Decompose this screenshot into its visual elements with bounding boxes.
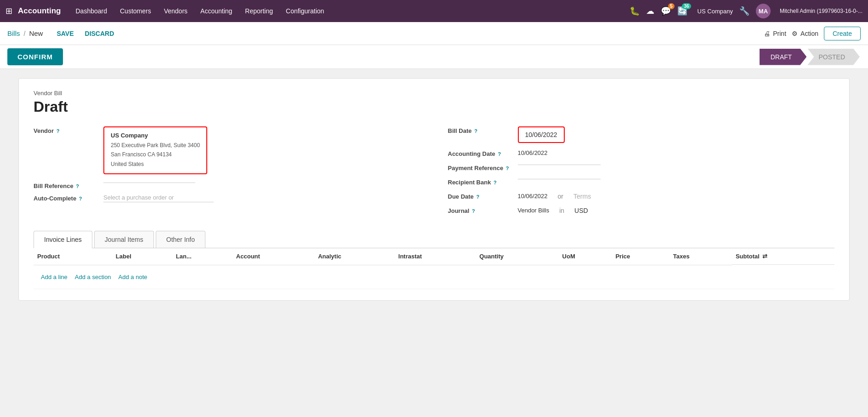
breadcrumb-parent[interactable]: Bills [7,29,20,37]
bill-date-value: 10/06/2022 [525,131,557,138]
tabs: Invoice Lines Journal Items Other Info [34,231,834,248]
settings-icon[interactable]: 🔧 [739,6,749,16]
payment-reference-value[interactable] [518,164,601,165]
col-label: Label [112,248,172,265]
due-date-help-icon[interactable]: ? [476,194,479,200]
col-product: Product [34,248,112,265]
breadcrumb-actions: SAVE DISCARD [54,28,117,39]
form-grid: Vendor ? US Company 250 Executive Park B… [34,126,834,220]
breadcrumb-current: New [29,29,43,37]
journal-help-icon[interactable]: ? [472,208,475,214]
nav-configuration[interactable]: Configuration [280,5,329,17]
invoice-table: Product Label Lan... Account Analytic In… [34,248,834,289]
table-actions: Add a line Add a section Add a note [37,269,831,285]
journal-in: in [559,207,564,214]
printer-icon: 🖨 [764,30,770,37]
col-subtotal: Subtotal ⇄ [732,248,834,265]
tab-journal-items[interactable]: Journal Items [94,231,154,248]
app-name: Accounting [18,6,61,16]
accounting-date-row: Accounting Date ? 10/06/2022 [448,149,835,157]
payment-reference-help-icon[interactable]: ? [506,166,509,171]
nav-vendors[interactable]: Vendors [159,5,193,17]
col-uom: UoM [559,248,612,265]
user-name: Mitchell Admin (19979603-16-0-... [780,8,862,14]
col-account: Account [233,248,314,265]
nav-dashboard[interactable]: Dashboard [70,5,113,17]
top-navigation: ⊞ Accounting Dashboard Customers Vendors… [0,0,868,22]
tab-invoice-lines[interactable]: Invoice Lines [34,231,92,248]
col-analytic: Analytic [314,248,395,265]
accounting-date-help-icon[interactable]: ? [498,151,501,157]
journal-label: Journal ? [448,206,512,214]
due-date-label: Due Date ? [448,192,512,200]
auto-complete-help-icon[interactable]: ? [79,196,82,201]
bill-date-input[interactable]: 10/06/2022 [518,126,565,143]
empty-table-row: Add a line Add a section Add a note [34,265,834,289]
add-section-link[interactable]: Add a section [75,274,111,280]
chat-icon[interactable]: 💬 5 [661,6,671,16]
action-label: Action [800,30,818,37]
status-step-posted[interactable]: POSTED [807,49,860,65]
bill-date-label: Bill Date ? [448,126,512,134]
due-date-value[interactable]: 10/06/2022 [518,193,548,200]
status-bar: CONFIRM DRAFT POSTED [0,45,868,69]
bug-icon[interactable]: 🐛 [630,6,640,16]
status-step-draft[interactable]: DRAFT [760,49,807,65]
add-note-link[interactable]: Add a note [119,274,148,280]
bill-reference-label: Bill Reference ? [34,182,98,189]
discard-button[interactable]: DISCARD [82,28,117,39]
save-button[interactable]: SAVE [54,28,76,39]
update-badge: 36 [682,3,691,9]
form-card: Vendor Bill Draft Vendor ? US Company 25… [18,78,850,301]
confirm-button[interactable]: CONFIRM [7,48,63,65]
accounting-date-value[interactable]: 10/06/2022 [518,149,548,156]
auto-complete-input[interactable]: Select a purchase order or [103,194,214,202]
create-button[interactable]: Create [824,27,861,40]
breadcrumb-separator: / [24,30,26,37]
bill-date-help-icon[interactable]: ? [474,128,477,134]
doc-title: Draft [34,98,834,115]
print-button[interactable]: 🖨 Print [764,30,786,37]
update-icon[interactable]: 🔄 36 [677,6,687,16]
vendor-help-icon[interactable]: ? [57,128,60,134]
action-button[interactable]: ⚙ Action [792,30,818,37]
journal-row: Journal ? Vendor Bills in USD [448,206,835,214]
user-avatar[interactable]: MA [756,4,771,18]
col-intrastat: Intrastat [395,248,476,265]
bill-reference-value[interactable] [103,182,195,183]
recipient-bank-value[interactable] [518,178,601,179]
main-content: Vendor Bill Draft Vendor ? US Company 25… [0,69,868,417]
col-subtotal-icon[interactable]: ⇄ [762,253,767,260]
nav-accounting[interactable]: Accounting [195,5,238,17]
vendor-address-line2: San Francisco CA 94134 [111,150,200,159]
add-line-link[interactable]: Add a line [41,274,68,280]
due-date-or: or [558,193,563,200]
vendor-box[interactable]: US Company 250 Executive Park Blvd, Suit… [103,126,207,174]
bill-reference-row: Bill Reference ? [34,182,420,189]
journal-currency: USD [574,207,588,214]
payment-reference-row: Payment Reference ? [448,164,835,171]
tab-other-info[interactable]: Other Info [156,231,205,248]
right-column: Bill Date ? 10/06/2022 Accounting Date ?… [448,126,835,220]
gear-icon: ⚙ [792,30,798,37]
vendor-label: Vendor ? [34,126,98,134]
app-grid-icon[interactable]: ⊞ [6,6,12,16]
print-label: Print [773,30,786,37]
due-date-terms[interactable]: Terms [573,193,591,200]
auto-complete-row: Auto-Complete ? Select a purchase order … [34,194,420,202]
bill-reference-help-icon[interactable]: ? [76,183,79,189]
journal-value[interactable]: Vendor Bills [518,207,550,214]
cloud-icon[interactable]: ☁ [646,6,654,16]
vendor-address: 250 Executive Park Blvd, Suite 3400 San … [111,141,200,169]
recipient-bank-help-icon[interactable]: ? [494,180,497,185]
vendor-address-line3: United States [111,160,200,169]
nav-customers[interactable]: Customers [114,5,157,17]
col-quantity: Quantity [476,248,558,265]
col-lan: Lan... [172,248,233,265]
auto-complete-label: Auto-Complete ? [34,194,98,202]
recipient-bank-row: Recipient Bank ? [448,178,835,186]
col-subtotal-label: Subtotal [736,253,760,260]
col-taxes: Taxes [669,248,732,265]
nav-reporting[interactable]: Reporting [239,5,278,17]
doc-type-label: Vendor Bill [34,90,834,97]
